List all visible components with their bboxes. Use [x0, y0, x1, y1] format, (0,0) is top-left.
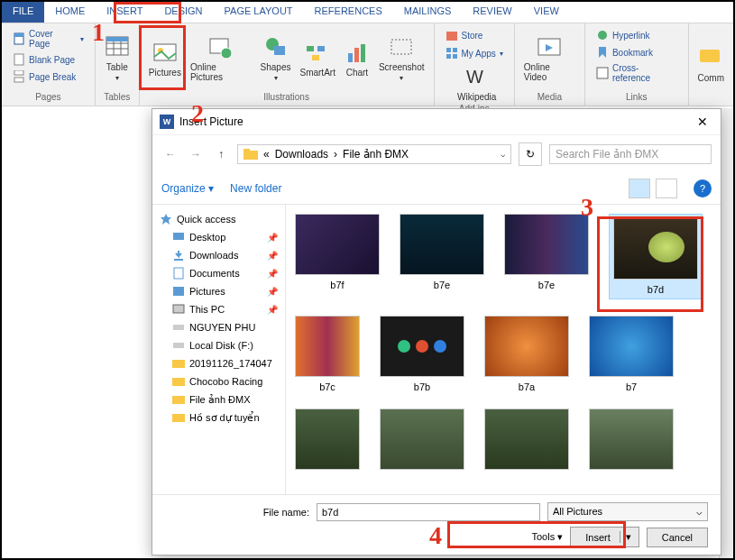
hyperlink-button[interactable]: Hyperlink — [593, 27, 681, 43]
up-button[interactable]: ↑ — [212, 145, 230, 163]
page-icon — [13, 32, 25, 45]
tab-file[interactable]: FILE — [2, 2, 44, 23]
video-icon — [537, 35, 562, 60]
tab-mailings[interactable]: MAILINGS — [393, 2, 463, 23]
file-b7b[interactable]: b7b — [380, 316, 464, 392]
tree-nguyen[interactable]: NGUYEN PHU — [156, 318, 281, 336]
cross-reference-button[interactable]: Cross-reference — [593, 61, 681, 85]
tree-pictures[interactable]: Pictures📌 — [156, 282, 281, 300]
file-b7[interactable]: b7 — [589, 316, 674, 392]
store-button[interactable]: Store — [442, 27, 507, 43]
svg-rect-47 — [172, 396, 185, 404]
group-label-illustrations: Illustrations — [263, 92, 309, 104]
chevron-down-icon[interactable]: ⌵ — [501, 150, 505, 159]
file-b7d[interactable]: b7d — [609, 214, 703, 299]
file-b7c[interactable]: b7c — [295, 316, 360, 392]
tree-20191126[interactable]: 20191126_174047 — [156, 354, 281, 372]
file-row3-2[interactable] — [380, 409, 464, 470]
tab-references[interactable]: REFERENCES — [304, 2, 393, 23]
tab-view[interactable]: VIEW — [523, 2, 570, 23]
pin-icon: 📌 — [267, 287, 278, 297]
comment-button[interactable]: Comm — [694, 25, 728, 104]
smartart-button[interactable]: SmartArt — [296, 25, 338, 92]
folder-icon — [243, 148, 258, 161]
insert-button[interactable]: Insert▾ — [570, 527, 639, 547]
chevron-down-icon[interactable]: ▾ — [620, 531, 631, 543]
tab-review[interactable]: REVIEW — [462, 2, 522, 23]
ribbon-tabs: FILE HOME INSERT DESIGN PAGE LAYOUT REFE… — [2, 2, 733, 23]
page-break-icon — [13, 70, 25, 83]
forward-button[interactable]: → — [187, 145, 205, 163]
search-input[interactable]: Search File ảnh ĐMX — [549, 144, 712, 164]
file-b7e-1[interactable]: b7e — [400, 214, 484, 299]
svg-rect-48 — [172, 414, 185, 422]
comment-icon — [698, 46, 723, 71]
tree-this-pc[interactable]: This PC📌 — [156, 300, 281, 318]
filename-input[interactable] — [317, 503, 540, 521]
svg-rect-4 — [14, 78, 23, 82]
file-row3-1[interactable] — [295, 409, 360, 470]
cancel-button[interactable]: Cancel — [647, 528, 708, 547]
svg-point-14 — [221, 48, 232, 59]
back-button[interactable]: ← — [161, 145, 179, 163]
organize-button[interactable]: Organize ▾ — [161, 182, 214, 195]
blank-page-button[interactable]: Blank Page — [9, 51, 87, 68]
file-b7a[interactable]: b7a — [484, 316, 569, 392]
refresh-button[interactable]: ↻ — [519, 142, 542, 166]
shapes-button[interactable]: Shapes▾ — [257, 25, 295, 92]
page-break-button[interactable]: Page Break — [9, 69, 87, 85]
tree-downloads[interactable]: Downloads📌 — [156, 246, 281, 264]
screenshot-button[interactable]: Screenshot▾ — [375, 25, 428, 92]
bookmark-button[interactable]: Bookmark — [593, 44, 681, 60]
svg-rect-16 — [274, 46, 285, 55]
online-pictures-button[interactable]: Online Pictures — [187, 25, 255, 92]
tab-page-layout[interactable]: PAGE LAYOUT — [214, 2, 304, 23]
tree-chocobo[interactable]: Chocobo Racing — [156, 372, 281, 390]
file-b7f[interactable]: b7f — [295, 214, 380, 299]
online-pictures-icon — [208, 35, 234, 60]
file-row3-4[interactable] — [589, 409, 674, 470]
pictures-button[interactable]: Pictures — [145, 25, 185, 92]
tree-documents[interactable]: Documents📌 — [156, 264, 281, 282]
tab-design[interactable]: DESIGN — [153, 2, 213, 23]
star-icon — [160, 213, 172, 225]
new-folder-button[interactable]: New folder — [230, 182, 281, 195]
tree-local-disk[interactable]: Local Disk (F:) — [156, 336, 281, 354]
dialog-toolbar: Organize ▾ New folder ? — [152, 173, 721, 205]
myapps-button[interactable]: My Apps▾ — [442, 45, 507, 61]
document-icon — [172, 267, 185, 280]
chevron-down-icon: ⌵ — [696, 506, 703, 518]
svg-rect-46 — [172, 378, 185, 386]
svg-rect-1 — [14, 33, 23, 37]
close-button[interactable]: ✕ — [692, 115, 713, 129]
file-type-combo[interactable]: All Pictures⌵ — [547, 502, 708, 521]
dialog-footer: File name: All Pictures⌵ Tools ▾ Insert▾… — [152, 494, 721, 555]
tree-desktop[interactable]: Desktop📌 — [156, 228, 281, 246]
file-grid: b7f b7e b7e b7d b7c b7b b7a b7 — [286, 205, 721, 494]
view-thumbnails-button[interactable] — [629, 179, 650, 198]
help-button[interactable]: ? — [694, 179, 712, 197]
chart-button[interactable]: Chart — [341, 25, 373, 92]
tools-button[interactable]: Tools ▾ — [531, 531, 563, 543]
pin-icon: 📌 — [267, 251, 278, 261]
dialog-nav: ← → ↑ « Downloads› File ảnh ĐMX ⌵ ↻ Sear… — [152, 135, 721, 173]
file-b7e-2[interactable]: b7e — [504, 214, 589, 299]
cover-page-button[interactable]: Cover Page▾ — [9, 27, 87, 50]
online-video-button[interactable]: Online Video — [520, 25, 579, 92]
store-icon — [446, 29, 458, 41]
tree-quick-access[interactable]: Quick access — [156, 210, 281, 228]
desktop-icon — [172, 231, 185, 243]
wikipedia-button[interactable]: WWikipedia — [454, 63, 500, 104]
view-details-button[interactable] — [656, 179, 677, 198]
breadcrumb[interactable]: « Downloads› File ảnh ĐMX ⌵ — [237, 144, 511, 164]
breadcrumb-current[interactable]: File ảnh ĐMX — [343, 148, 409, 161]
tab-home[interactable]: HOME — [44, 2, 96, 23]
tab-insert[interactable]: INSERT — [96, 2, 153, 23]
table-button[interactable]: Table▾ — [101, 25, 133, 92]
tree-hoso[interactable]: Hồ sơ dự tuyển — [156, 409, 281, 427]
svg-rect-39 — [173, 233, 184, 240]
tree-fileanh[interactable]: File ảnh ĐMX — [156, 390, 281, 409]
pictures-icon — [152, 41, 178, 66]
file-row3-3[interactable] — [484, 409, 569, 470]
breadcrumb-downloads[interactable]: Downloads — [275, 148, 328, 161]
